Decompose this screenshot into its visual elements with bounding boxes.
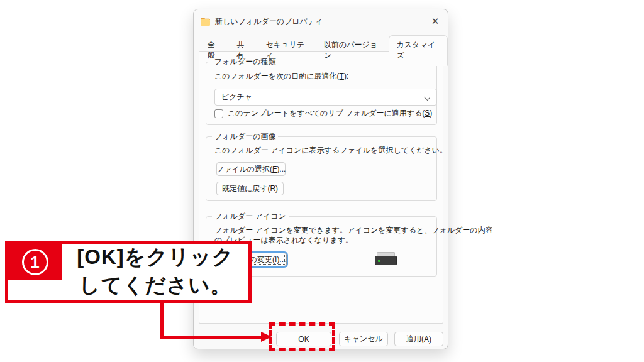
apply-template-checkbox-row[interactable]: このテンプレートをすべてのサブ フォルダーに適用する(S) xyxy=(214,108,432,119)
apply-button[interactable]: 適用(A) xyxy=(394,332,443,346)
tab-security[interactable]: セキュリティ xyxy=(258,36,316,65)
optimize-for-dropdown[interactable]: ピクチャ xyxy=(214,89,437,106)
restore-default-button[interactable]: 既定値に戻す(R) xyxy=(216,182,284,195)
apply-template-checkbox-label: このテンプレートをすべてのサブ フォルダーに適用する(S) xyxy=(228,108,432,119)
tab-customize[interactable]: カスタマイズ xyxy=(389,35,448,66)
annotation-text: [OK]をクリック してください。 xyxy=(64,243,247,299)
close-icon[interactable]: ✕ xyxy=(427,14,443,29)
annotation-text-line1: [OK]をクリック xyxy=(64,243,247,271)
window-title: 新しいフォルダーのプロパティ xyxy=(215,16,323,27)
tab-strip: 全般 共有 セキュリティ 以前のバージョン カスタマイズ xyxy=(200,35,448,65)
optimize-for-dropdown-value: ピクチャ xyxy=(221,92,252,102)
folder-icon xyxy=(200,17,211,26)
annotation-text-line2: してください。 xyxy=(64,271,247,299)
folder-pictures-group-legend: フォルダーの画像 xyxy=(212,132,278,141)
drive-icon xyxy=(375,252,397,265)
annotation-step-badge: 1 xyxy=(8,244,62,280)
tab-general[interactable]: 全般 xyxy=(200,36,229,65)
folder-pictures-group: フォルダーの画像 このフォルダー アイコンに表示するファイルを選択してください。… xyxy=(206,136,437,201)
annotation-arrowhead-icon xyxy=(261,332,272,342)
optimize-label: このフォルダーを次の目的に最適化(T): xyxy=(214,71,348,82)
chevron-down-icon xyxy=(425,94,430,100)
tab-previous-versions[interactable]: 以前のバージョン xyxy=(316,36,389,65)
annotation-connector-horizontal xyxy=(160,336,262,339)
folder-icons-group-legend: フォルダー アイコン xyxy=(212,212,289,221)
folder-icons-description-line1: フォルダー アイコンを変更できます。アイコンを変更すると、フォルダーの内容 xyxy=(214,225,493,236)
folder-pictures-description: このフォルダー アイコンに表示するファイルを選択してください。 xyxy=(214,145,447,156)
cancel-button[interactable]: キャンセル xyxy=(339,332,388,346)
tab-sharing[interactable]: 共有 xyxy=(229,36,258,65)
title-bar: 新しいフォルダーのプロパティ ✕ xyxy=(194,9,448,33)
annotation-connector-vertical xyxy=(160,303,164,339)
step-number: 1 xyxy=(22,249,48,275)
screen: 新しいフォルダーのプロパティ ✕ 全般 共有 セキュリティ 以前のバージョン カ… xyxy=(0,0,644,362)
ok-button-highlight xyxy=(269,322,335,351)
apply-template-checkbox[interactable] xyxy=(214,109,223,118)
folder-type-group: フォルダーの種類 このフォルダーを次の目的に最適化(T): ピクチャ このテンプ… xyxy=(206,62,437,125)
annotation-callout: 1 [OK]をクリック してください。 xyxy=(5,241,252,303)
choose-file-button[interactable]: ファイルの選択(F)... xyxy=(216,162,286,176)
